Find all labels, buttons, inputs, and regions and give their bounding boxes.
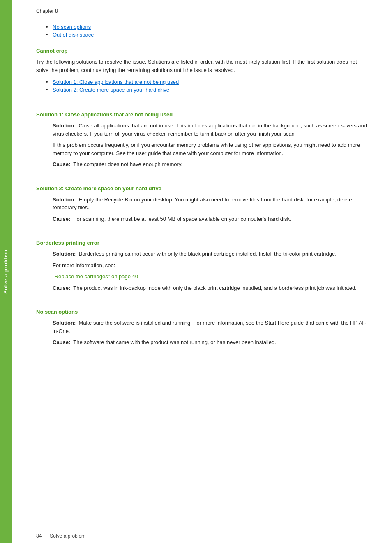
solution1-body: Close all applications that are not in u… bbox=[53, 122, 367, 137]
solution2-section: Solution 2: Create more space on your ha… bbox=[36, 185, 367, 223]
no-scan-block: Solution: Make sure the software is inst… bbox=[36, 319, 367, 347]
list-item: Solution 1: Close applications that are … bbox=[53, 79, 367, 85]
solution1-label: Solution: bbox=[53, 122, 76, 129]
solution2-body: Empty the Recycle Bin on your desktop. Y… bbox=[53, 196, 352, 211]
toc-link-no-scan[interactable]: No scan options bbox=[53, 24, 91, 30]
no-scan-title: No scan options bbox=[36, 309, 367, 315]
solution1-text: Solution: Close all applications that ar… bbox=[53, 122, 367, 138]
toc-list: No scan options Out of disk space bbox=[36, 24, 367, 38]
cannot-crop-link-1[interactable]: Solution 1: Close applications that are … bbox=[53, 79, 179, 85]
no-scan-solution-text: Solution: Make sure the software is inst… bbox=[53, 319, 367, 335]
solution1-cause-body: The computer does not have enough memory… bbox=[73, 161, 182, 167]
no-scan-cause: Cause: The software that came with the p… bbox=[53, 338, 367, 347]
solution2-cause-body: For scanning, there must be at least 50 … bbox=[74, 216, 291, 222]
divider-3 bbox=[36, 231, 367, 231]
sidebar: Solve a problem bbox=[0, 0, 12, 543]
divider-1 bbox=[36, 103, 367, 103]
chapter-header: Chapter 8 bbox=[36, 8, 367, 14]
solution2-text: Solution: Empty the Recycle Bin on your … bbox=[53, 196, 367, 212]
divider-5 bbox=[36, 355, 367, 355]
footer-page-number: 84 bbox=[36, 533, 42, 539]
borderless-cause-body: The product was in ink-backup mode with … bbox=[73, 285, 356, 291]
list-item: No scan options bbox=[53, 24, 367, 30]
solution1-title: Solution 1: Close applications that are … bbox=[36, 111, 367, 118]
footer: 84 Solve a problem bbox=[12, 529, 392, 543]
solution2-cause-label: Cause: bbox=[53, 216, 70, 222]
solution2-label: Solution: bbox=[53, 196, 76, 203]
page-content: Chapter 8 No scan options Out of disk sp… bbox=[12, 0, 392, 388]
divider-4 bbox=[36, 300, 367, 300]
borderless-more-info: For more information, see: bbox=[53, 261, 367, 270]
solution2-block: Solution: Empty the Recycle Bin on your … bbox=[36, 196, 367, 223]
no-scan-section: No scan options Solution: Make sure the … bbox=[36, 309, 367, 347]
toc-link-disk-space[interactable]: Out of disk space bbox=[53, 32, 94, 38]
no-scan-solution-label: Solution: bbox=[53, 320, 76, 326]
solution2-cause: Cause: For scanning, there must be at le… bbox=[53, 215, 367, 223]
cannot-crop-title: Cannot crop bbox=[36, 48, 367, 54]
cannot-crop-link-2[interactable]: Solution 2: Create more space on your ha… bbox=[53, 87, 169, 93]
list-item: Solution 2: Create more space on your ha… bbox=[53, 87, 367, 93]
divider-2 bbox=[36, 177, 367, 177]
solution1-text2: If this problem occurs frequently, or if… bbox=[53, 141, 367, 157]
borderless-solution-text: Solution: Borderless printing cannot occ… bbox=[53, 250, 367, 258]
list-item: Out of disk space bbox=[53, 32, 367, 38]
borderless-solution-label: Solution: bbox=[53, 251, 76, 257]
solution1-cause: Cause: The computer does not have enough… bbox=[53, 160, 367, 169]
solution1-cause-label: Cause: bbox=[53, 161, 70, 167]
cannot-crop-section: Cannot crop Try the following solutions … bbox=[36, 48, 367, 93]
footer-title: Solve a problem bbox=[50, 533, 85, 539]
solution1-section: Solution 1: Close applications that are … bbox=[36, 111, 367, 169]
solution2-title: Solution 2: Create more space on your ha… bbox=[36, 185, 367, 192]
borderless-section: Borderless printing error Solution: Bord… bbox=[36, 240, 367, 292]
borderless-title: Borderless printing error bbox=[36, 240, 367, 246]
no-scan-cause-body: The software that came with the product … bbox=[73, 339, 276, 345]
no-scan-solution-body: Make sure the software is installed and … bbox=[53, 320, 367, 334]
borderless-solution-body: Borderless printing cannot occur with on… bbox=[79, 251, 337, 257]
no-scan-cause-label: Cause: bbox=[53, 339, 70, 345]
borderless-block: Solution: Borderless printing cannot occ… bbox=[36, 250, 367, 292]
sidebar-label: Solve a problem bbox=[3, 250, 9, 294]
borderless-cause: Cause: The product was in ink-backup mod… bbox=[53, 284, 367, 292]
replace-cartridges-link[interactable]: "Replace the cartridges" on page 40 bbox=[53, 273, 138, 280]
borderless-link-line: "Replace the cartridges" on page 40 bbox=[53, 273, 367, 281]
borderless-cause-label: Cause: bbox=[53, 285, 70, 291]
cannot-crop-links-list: Solution 1: Close applications that are … bbox=[36, 79, 367, 93]
cannot-crop-intro: Try the following solutions to resolve t… bbox=[36, 58, 367, 74]
solution1-block: Solution: Close all applications that ar… bbox=[36, 122, 367, 169]
